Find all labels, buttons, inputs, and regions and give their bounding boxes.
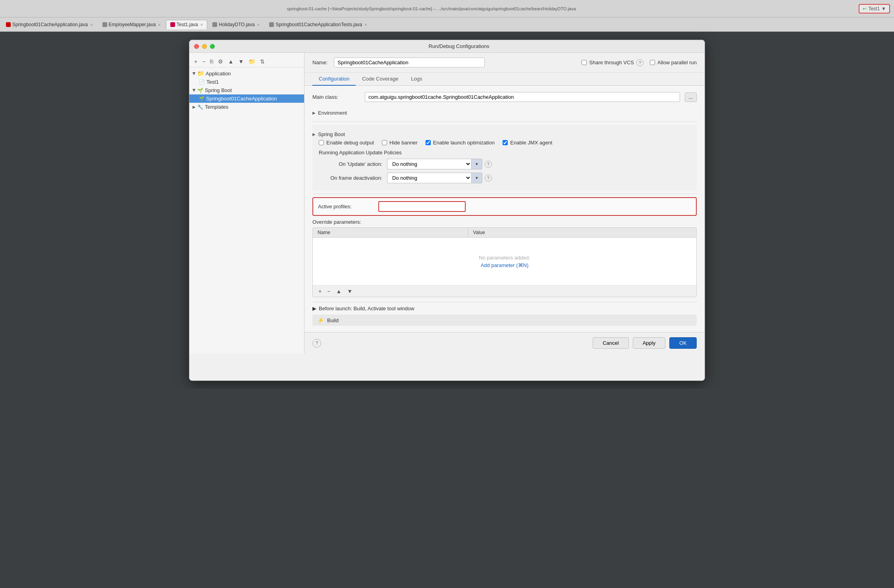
settings-button[interactable]: ⚙ [216,58,225,65]
frame-deactivation-help-icon[interactable]: ? [485,175,492,182]
java-icon [269,22,274,27]
maximize-button[interactable] [210,44,215,49]
update-action-help-icon[interactable]: ? [485,161,492,168]
help-icon: ? [316,340,318,346]
enable-launch-label: Enable launch optimization [433,140,495,146]
frame-deactivation-row: On frame deactivation: Do nothing Update… [319,173,697,183]
sort-button[interactable]: ⇅ [258,58,266,65]
enable-debug-group: Enable debug output [319,140,374,146]
sidebar-item-label: Springboot01CacheApplication [206,96,277,102]
environment-header[interactable]: ▶ Environment [312,108,697,118]
ok-button[interactable]: OK [669,337,697,349]
before-launch-label: Before launch: Build, Activate tool wind… [319,306,414,311]
share-vcs-group: Share through VCS ? [582,59,644,66]
tab-holiday-dto[interactable]: HolidayDTO.java × [208,20,264,29]
frame-deactivation-select-wrapper: Do nothing Update classes and resources … [387,173,492,183]
tab-springboot-tests[interactable]: Springboot01CacheApplicationTests.java × [265,20,372,29]
tab-close-icon[interactable]: × [364,22,367,27]
sidebar-item-springboot-cache-app[interactable]: 🌱 Springboot01CacheApplication [189,94,304,103]
sidebar-item-test1[interactable]: 📄 Test1 [189,78,304,86]
tab-configuration[interactable]: Configuration [312,73,356,86]
frame-deactivation-select[interactable]: Do nothing Update classes and resources … [387,173,471,183]
update-action-select-wrapper: Do nothing Update classes and resources … [387,159,492,169]
apply-button[interactable]: Apply [633,337,666,349]
spring-config-icon: 🌱 [199,96,204,101]
copy-config-button[interactable]: ⎘ [208,58,215,65]
minimize-button[interactable] [202,44,207,49]
java-icon [6,22,11,27]
no-params-text: No parameters added. [479,255,530,261]
hide-banner-group: Hide banner [382,140,418,146]
tab-springboot-application[interactable]: Springboot01CacheApplication.java × [2,20,97,29]
tab-close-icon[interactable]: × [158,22,160,27]
run-config-label: Test1 [868,6,880,12]
active-profiles-input[interactable] [378,201,466,212]
name-input[interactable] [334,58,485,67]
sidebar-item-label: Templates [205,104,228,110]
java-icon [102,22,107,27]
run-config-dropdown-icon: ▼ [881,6,886,12]
allow-parallel-checkbox[interactable] [650,60,655,65]
enable-launch-checkbox[interactable] [426,140,431,145]
add-param-button[interactable]: + [316,287,324,295]
remove-param-button[interactable]: − [325,287,333,295]
params-body: No parameters added. Add parameter (⌘N) [313,238,696,285]
remove-config-button[interactable]: − [200,58,207,65]
main-class-more-button[interactable]: … [685,92,697,102]
tab-logs[interactable]: Logs [405,73,428,86]
config-tabs: Configuration Code Coverage Logs [304,73,705,86]
tab-bar: Springboot01CacheApplication.java × Empl… [0,17,894,32]
move-down-button[interactable]: ▼ [237,58,245,65]
update-action-select[interactable]: Do nothing Update classes and resources … [387,159,471,169]
frame-deactivation-dropdown-icon[interactable]: ▼ [471,173,482,183]
tree-arrow-icon: ▶ [193,105,196,109]
cancel-button[interactable]: Cancel [593,337,628,349]
before-launch-header: ▶ Before launch: Build, Activate tool wi… [312,306,697,311]
tab-code-coverage[interactable]: Code Coverage [356,73,405,86]
enable-jmx-group: Enable JMX agent [503,140,552,146]
move-up-button[interactable]: ▲ [226,58,235,65]
add-config-button[interactable]: + [193,58,199,65]
tab-close-icon[interactable]: × [200,22,203,27]
tab-close-icon[interactable]: × [257,22,260,27]
tab-close-icon[interactable]: × [90,22,92,27]
move-up-param-button[interactable]: ▲ [333,287,344,295]
sidebar-item-templates[interactable]: ▶ 🔧 Templates [189,103,304,111]
share-vcs-checkbox[interactable] [582,60,587,65]
sidebar-toolbar: + − ⎘ ⚙ ▲ ▼ 📁 ⇅ [189,56,304,67]
divider-2 [312,194,697,194]
folder-button[interactable]: 📁 [247,58,257,65]
sidebar-item-application[interactable]: ▶ 📁 Application [189,69,304,78]
tab-employee-mapper[interactable]: EmployeeMapper.java × [98,20,165,29]
tab-label: Code Coverage [362,76,398,82]
java-icon [170,22,175,27]
params-col-name: Name [313,228,468,237]
sidebar: + − ⎘ ⚙ ▲ ▼ 📁 ⇅ ▶ 📁 Application 📄 [189,53,304,354]
tab-test1[interactable]: Test1.java × [166,20,207,29]
hide-banner-checkbox[interactable] [382,140,387,145]
main-class-input[interactable] [365,92,680,102]
build-item: ⚡ Build [312,315,697,326]
spring-boot-header[interactable]: ▶ Spring Boot [312,129,697,140]
update-action-dropdown-icon[interactable]: ▼ [471,159,482,169]
name-label: Name: [312,60,328,65]
top-bar: springboot-01-cache [~/IdeaProjects/stud… [0,0,894,17]
share-vcs-help-icon[interactable]: ? [636,59,644,66]
spring-boot-label: Spring Boot [318,131,345,137]
run-config-button[interactable]: ↩ Test1 ▼ [859,4,890,13]
tab-label: EmployeeMapper.java [109,22,156,27]
close-button[interactable] [194,44,199,49]
sidebar-item-springboot[interactable]: ▶ 🌱 Spring Boot [189,86,304,94]
environment-label: Environment [318,110,347,116]
allow-parallel-label: Allow parallel run [657,60,697,65]
update-action-select-container: Do nothing Update classes and resources … [387,159,482,169]
add-param-link[interactable]: Add parameter (⌘N) [481,262,529,268]
help-button[interactable]: ? [312,339,321,348]
tree-arrow-icon: ▶ [192,72,197,75]
move-down-param-button[interactable]: ▼ [345,287,355,295]
enable-debug-checkbox[interactable] [319,140,324,145]
folder-icon: 📁 [197,70,204,77]
override-title: Override parameters: [312,219,697,225]
enable-jmx-checkbox[interactable] [503,140,508,145]
collapse-arrow-icon: ▶ [312,132,316,136]
